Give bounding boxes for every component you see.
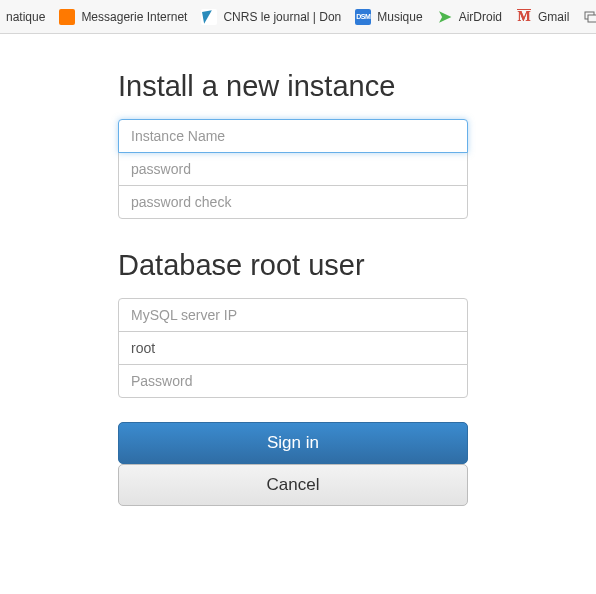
bookmark-item[interactable]: CNRS le journal | Don [201,9,341,25]
page-content: Install a new instance Database root use… [0,34,596,506]
instance-name-input[interactable] [118,119,468,153]
root-password-input[interactable] [118,364,468,398]
bookmark-label: Messagerie Internet [81,10,187,24]
dsm-icon: DSM [355,9,371,25]
instance-form-group [118,119,478,219]
bookmark-item[interactable]: DSM Musique [355,9,422,25]
bookmark-label: Gmail [538,10,569,24]
bookmark-label: AirDroid [459,10,502,24]
password-check-input[interactable] [118,185,468,219]
cnrs-icon [201,9,217,25]
mysql-ip-input[interactable] [118,298,468,332]
airdroid-icon: ➤ [437,9,453,25]
database-root-title: Database root user [118,249,478,282]
sign-in-button[interactable]: Sign in [118,422,468,464]
bookmark-label: Musique [377,10,422,24]
bookmark-label: CNRS le journal | Don [223,10,341,24]
bookmark-overflow[interactable] [583,9,596,25]
orange-icon [59,9,75,25]
database-form-group [118,298,478,398]
bookmark-item[interactable]: ➤ AirDroid [437,9,502,25]
svg-rect-1 [588,15,596,22]
root-user-input[interactable] [118,331,468,365]
bookmark-item[interactable]: natique [6,10,45,24]
bookmark-item[interactable]: Messagerie Internet [59,9,187,25]
bookmarks-bar: natique Messagerie Internet CNRS le jour… [0,0,596,34]
cancel-button[interactable]: Cancel [118,464,468,506]
bookmark-label: natique [6,10,45,24]
gmail-icon: M [516,9,532,25]
bookmark-item[interactable]: M Gmail [516,9,569,25]
install-instance-title: Install a new instance [118,70,478,103]
overflow-icon [583,9,596,25]
password-input[interactable] [118,152,468,186]
